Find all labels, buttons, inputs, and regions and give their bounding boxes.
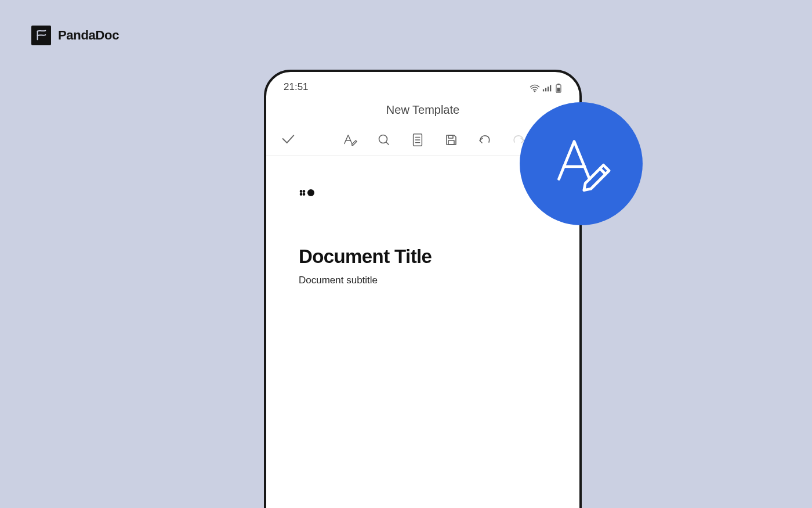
brand-logo: PandaDoc — [31, 26, 119, 45]
svg-rect-14 — [448, 135, 453, 138]
search-button[interactable] — [375, 131, 393, 149]
svg-line-9 — [386, 142, 389, 145]
document-logo-icon — [299, 189, 547, 198]
document-title[interactable]: Document Title — [299, 246, 547, 268]
save-button[interactable] — [443, 131, 460, 149]
document-subtitle[interactable]: Document subtitle — [299, 275, 547, 286]
undo-button[interactable] — [476, 131, 494, 149]
wifi-icon — [530, 84, 540, 92]
status-time: 21:51 — [284, 81, 309, 93]
page-title: New Template — [266, 93, 579, 124]
text-edit-highlight-icon — [520, 102, 643, 225]
brand-mark-icon — [31, 26, 51, 45]
svg-point-16 — [307, 189, 314, 196]
svg-point-0 — [534, 91, 535, 92]
svg-rect-15 — [448, 140, 454, 145]
signal-icon — [542, 84, 553, 92]
done-button[interactable] — [277, 127, 300, 153]
status-icons — [530, 84, 562, 93]
svg-line-18 — [600, 168, 606, 174]
svg-rect-3 — [548, 87, 549, 91]
status-bar: 21:51 — [266, 72, 579, 93]
text-style-button[interactable] — [342, 131, 359, 149]
document-canvas[interactable]: Document Title Document subtitle Created… — [266, 156, 579, 508]
svg-rect-4 — [550, 85, 551, 92]
document-button[interactable] — [409, 131, 426, 149]
svg-rect-2 — [545, 88, 546, 92]
svg-rect-1 — [543, 89, 544, 92]
brand-name: PandaDoc — [58, 28, 119, 43]
battery-icon — [555, 84, 562, 93]
svg-rect-7 — [557, 88, 560, 92]
